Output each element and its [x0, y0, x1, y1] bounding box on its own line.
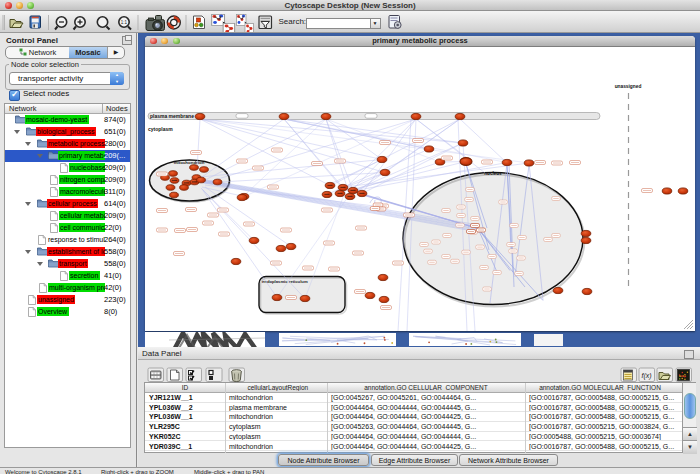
- svg-text:endoplasmic reticulum: endoplasmic reticulum: [262, 279, 308, 284]
- svg-text:unassigned: unassigned: [615, 83, 642, 88]
- svg-text:plasma membrane: plasma membrane: [150, 113, 194, 119]
- svg-text:mitochondrion: mitochondrion: [174, 159, 205, 164]
- svg-text:cytoplasm: cytoplasm: [148, 125, 173, 131]
- svg-text:nucleus: nucleus: [484, 171, 502, 176]
- svg-text:f(x): f(x): [641, 372, 651, 380]
- svg-text:1:1: 1:1: [121, 20, 128, 25]
